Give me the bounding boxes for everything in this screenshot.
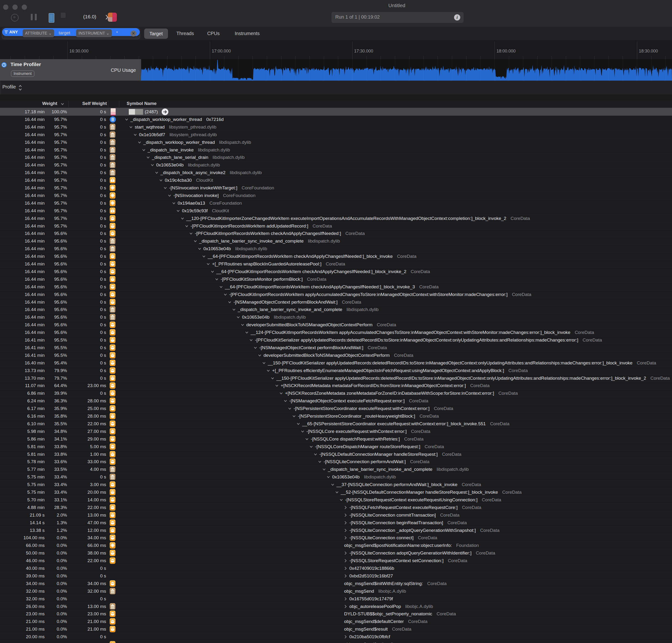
- table-row[interactable]: 16.44 min95.6%0 s+[_PFRoutines wrapBlock…: [0, 260, 672, 268]
- table-row[interactable]: 16.44 min95.7%0 s__120-[PFCloudKitImport…: [0, 215, 672, 222]
- table-row[interactable]: 16.44 min95.7%0 s_dispatch_workloop_work…: [0, 116, 672, 123]
- filter-target-token[interactable]: target: [59, 30, 70, 36]
- call-tree-root-row[interactable]: 17.18 min100.0%0 s(2487): [0, 108, 672, 116]
- table-row[interactable]: 16.44 min95.7%0 s-[NSInvocation invoke]C…: [0, 192, 672, 199]
- column-symbol-name[interactable]: Symbol Name: [127, 101, 157, 106]
- disclosure-open-icon[interactable]: [228, 301, 232, 304]
- tab-cpus[interactable]: CPUs: [206, 29, 221, 38]
- table-row[interactable]: 16.44 min95.7%0 s-[NSInvocation invokeWi…: [0, 184, 672, 192]
- table-row[interactable]: 16.44 min95.6%0 sdeveloperSubmittedBlock…: [0, 321, 672, 329]
- table-row[interactable]: 5.98 min34.8%27.00 ms-[NSSQLCore execute…: [0, 427, 672, 435]
- disclosure-open-icon[interactable]: [322, 468, 326, 471]
- run-info-pill[interactable]: Run 1 of 1 | 00:19:02 i: [331, 12, 464, 23]
- disclosure-open-icon[interactable]: [155, 171, 159, 174]
- table-row[interactable]: 16.44 min95.7%0 s0x10653e04blibdispatch.…: [0, 161, 672, 169]
- table-row[interactable]: 16.44 min95.7%0 s_dispatch_lane_invokeli…: [0, 146, 672, 154]
- table-row[interactable]: 16.44 min95.6%0 s__124-[PFCloudKitImport…: [0, 328, 672, 336]
- table-row[interactable]: 16.40 min95.4%0 s__150-[PFCloudKitSerial…: [0, 359, 672, 367]
- table-row[interactable]: 16.41 min95.5%0 s-[NSManagedObjectContex…: [0, 344, 672, 352]
- table-row[interactable]: 16.44 min95.7%0 s-[PFCloudKitImportRecor…: [0, 222, 672, 230]
- disclosure-open-icon[interactable]: [232, 308, 236, 311]
- table-row[interactable]: 39.00 ms0.0%0 s0xbd2d51019c16bf27: [0, 572, 672, 580]
- table-row[interactable]: 104.00 ms0.0%34.00 ms-[NSSQLiteConnectio…: [0, 534, 672, 542]
- disclosure-closed-icon[interactable]: [344, 513, 347, 517]
- disclosure-open-icon[interactable]: [314, 453, 317, 456]
- table-row[interactable]: 16.44 min95.7%0 s0x19c59c93fCloudKit: [0, 207, 672, 215]
- tab-target[interactable]: Target: [144, 29, 168, 39]
- disclosure-open-icon[interactable]: [245, 331, 249, 334]
- disclosure-open-icon[interactable]: [275, 384, 279, 387]
- table-row[interactable]: 16.44 min95.6%0 s-[PFCloudKitImportRecor…: [0, 229, 672, 237]
- disclosure-open-icon[interactable]: [146, 156, 150, 159]
- disclosure-open-icon[interactable]: [254, 346, 257, 349]
- disclosure-closed-icon[interactable]: [344, 605, 347, 608]
- target-app-icon[interactable]: [108, 13, 117, 22]
- table-row[interactable]: 5.75 min33.4%20.00 ms__52-[NSSQLDefaultC…: [0, 488, 672, 496]
- disclosure-open-icon[interactable]: [223, 293, 227, 296]
- filter-instrument-dropdown[interactable]: INSTRUMENT ⌄: [76, 29, 112, 37]
- disclosure-open-icon[interactable]: [189, 232, 193, 235]
- cpu-usage-graph[interactable]: [141, 59, 672, 81]
- table-row[interactable]: 32.00 ms0.0%32.00 msobjc_msgSendlibobjc.…: [0, 587, 672, 595]
- disclosure-open-icon[interactable]: [129, 125, 133, 129]
- disclosure-open-icon[interactable]: [339, 498, 343, 501]
- disclosure-open-icon[interactable]: [163, 186, 167, 190]
- pause-button-icon[interactable]: [31, 14, 33, 20]
- table-row[interactable]: 4.88 min28.3%22.00 ms-[NSSQLFetchRequest…: [0, 504, 672, 511]
- disclosure-open-icon[interactable]: [133, 133, 137, 136]
- disclosure-open-icon[interactable]: [138, 141, 142, 144]
- focus-arrow-icon[interactable]: [162, 109, 168, 115]
- disclosure-open-icon[interactable]: [219, 285, 223, 289]
- disclosure-open-icon[interactable]: [181, 217, 184, 220]
- disclosure-open-icon[interactable]: [266, 369, 270, 372]
- disclosure-open-icon[interactable]: [271, 377, 274, 380]
- table-row[interactable]: 5.78 min33.6%33.00 ms-[NSSQLiteConnectio…: [0, 458, 672, 465]
- table-row[interactable]: 5.70 min33.1%14.00 ms-[NSSQLStoreRequest…: [0, 496, 672, 504]
- disclosure-open-icon[interactable]: [159, 179, 163, 182]
- table-row[interactable]: 16.41 min95.5%0 sdeveloperSubmittedBlock…: [0, 351, 672, 359]
- table-row[interactable]: 16.44 min95.6%0 s__64-[PFCloudKitImportR…: [0, 252, 672, 260]
- column-self-weight[interactable]: Self Weight: [76, 101, 107, 106]
- close-button-icon[interactable]: [3, 4, 8, 10]
- disclosure-closed-icon[interactable]: [344, 559, 347, 562]
- table-row[interactable]: 5.86 min34.1%29.00 ms-[NSSQLCore dispatc…: [0, 435, 672, 443]
- filter-input[interactable]: ANY ATTRIBUTE ⌄ target INSTRUMENT ⌄ * ✕: [2, 28, 140, 39]
- table-row[interactable]: 23.00 ms0.0%23.00 msDYLD-STUB$$objc_setP…: [0, 610, 672, 618]
- track-header[interactable]: Time Profiler Instrument CPU Usage: [0, 59, 141, 81]
- disclosure-closed-icon[interactable]: [344, 529, 347, 532]
- disclosure-open-icon[interactable]: [262, 361, 266, 365]
- table-row[interactable]: 13.73 min79.9%0 s+[_PFRoutines efficient…: [0, 367, 672, 374]
- column-weight[interactable]: Weight: [26, 101, 57, 106]
- table-row[interactable]: 21.00 ms0.0%21.00 msobjc_msgSend$resultC…: [0, 625, 672, 633]
- disclosure-open-icon[interactable]: [258, 354, 261, 357]
- table-row[interactable]: 16.41 min95.5%0 s-[PFCloudKitSerializer …: [0, 336, 672, 344]
- table-row[interactable]: 14.14 s1.3%47.00 ms-[NSSQLiteConnection …: [0, 519, 672, 526]
- table-row[interactable]: 5.75 min33.4%0 s0x10653e04blibdispatch.d…: [0, 473, 672, 481]
- disclosure-open-icon[interactable]: [198, 247, 201, 251]
- pause-button-icon[interactable]: [35, 14, 37, 20]
- disclosure-open-icon[interactable]: [296, 422, 300, 425]
- table-row[interactable]: 6.17 min35.9%25.00 ms-[NSPersistentStore…: [0, 404, 672, 412]
- disclosure-open-icon[interactable]: [176, 209, 180, 213]
- disclosure-open-icon[interactable]: [193, 240, 197, 243]
- target-selector[interactable]: (16.0): [83, 14, 96, 20]
- tab-threads[interactable]: Threads: [174, 29, 196, 38]
- disclosure-open-icon[interactable]: [236, 316, 240, 319]
- disclosure-open-icon[interactable]: [185, 225, 188, 228]
- table-row[interactable]: 16.44 min95.6%0 s_dispatch_lane_barrier_…: [0, 237, 672, 245]
- disclosure-open-icon[interactable]: [309, 445, 313, 448]
- disclosure-open-icon[interactable]: [288, 407, 292, 410]
- disclosure-open-icon[interactable]: [241, 323, 244, 327]
- table-row[interactable]: 20.00 ms0.0%0 s0x210ba5019c0fbfcf: [0, 633, 672, 641]
- disclosure-closed-icon[interactable]: [344, 635, 347, 639]
- table-row[interactable]: 16.44 min95.6%0 s0x10653e04blibdispatch.…: [0, 313, 672, 321]
- table-row[interactable]: 34.00 ms0.0%34.00 msobjc_msgSend$initWit…: [0, 580, 672, 587]
- table-row[interactable]: 40.00 ms0.0%0 s0x427409019c18866b: [0, 564, 672, 572]
- table-row[interactable]: 16.44 min95.7%0 s0x19c4cba30CloudKit: [0, 176, 672, 184]
- table-row[interactable]: objc_msgSend$CoreData: [0, 640, 672, 643]
- table-row[interactable]: 66.00 ms0.0%66.00 msobjc_msgSend$postNot…: [0, 542, 672, 549]
- table-row[interactable]: 46.00 ms0.0%22.00 ms-[NSSQLStoreRequestC…: [0, 557, 672, 565]
- table-row[interactable]: 11.07 min64.4%23.00 ms+[NSCKRecordMetada…: [0, 381, 672, 389]
- disclosure-open-icon[interactable]: [292, 414, 296, 418]
- table-row[interactable]: 5.75 min33.4%3.00 ms__37-[NSSQLiteConnec…: [0, 481, 672, 488]
